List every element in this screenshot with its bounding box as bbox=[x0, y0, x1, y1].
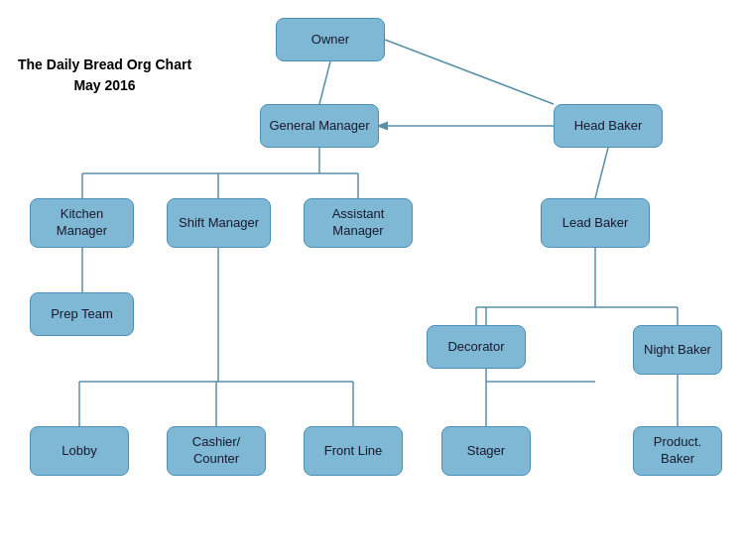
node-front-line: Front Line bbox=[304, 426, 403, 476]
node-shift-manager: Shift Manager bbox=[167, 198, 271, 248]
node-cashier-counter: Cashier/ Counter bbox=[167, 426, 266, 476]
chart-title: The Daily Bread Org Chart May 2016 bbox=[18, 55, 191, 96]
node-head-baker: Head Baker bbox=[554, 104, 663, 148]
node-kitchen-manager: Kitchen Manager bbox=[30, 198, 134, 248]
node-stager: Stager bbox=[441, 426, 531, 476]
node-lead-baker: Lead Baker bbox=[541, 198, 650, 248]
node-night-baker: Night Baker bbox=[633, 325, 722, 375]
node-assistant-manager: Assistant Manager bbox=[304, 198, 413, 248]
svg-line-1 bbox=[385, 40, 554, 104]
svg-line-0 bbox=[319, 61, 330, 104]
node-prep-team: Prep Team bbox=[30, 292, 134, 336]
node-decorator: Decorator bbox=[427, 325, 526, 369]
node-general-manager: General Manager bbox=[260, 104, 379, 148]
node-owner: Owner bbox=[276, 18, 385, 61]
node-lobby: Lobby bbox=[30, 426, 129, 476]
chart-container: The Daily Bread Org Chart May 2016 bbox=[0, 0, 746, 560]
svg-line-8 bbox=[595, 148, 608, 198]
node-product-baker: Product. Baker bbox=[633, 426, 722, 476]
